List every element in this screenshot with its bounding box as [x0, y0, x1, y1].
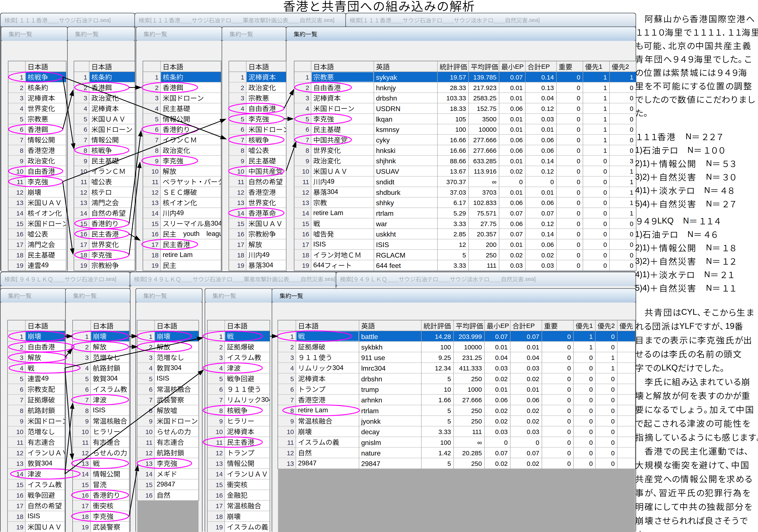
svg-text:1: 1 [241, 74, 244, 81]
svg-text:5: 5 [149, 375, 153, 382]
svg-text:hnknjy: hnknjy [376, 84, 396, 92]
svg-text:5: 5 [447, 460, 451, 467]
svg-text:0: 0 [577, 74, 580, 81]
svg-text:0: 0 [577, 158, 580, 164]
svg-text:15: 15 [80, 220, 87, 227]
svg-text:9: 9 [241, 158, 244, 164]
svg-text:6: 6 [290, 386, 294, 393]
svg-text:0: 0 [589, 439, 593, 446]
svg-text:decay: decay [361, 428, 379, 436]
svg-text:5: 5 [447, 418, 451, 425]
svg-text:14: 14 [237, 210, 244, 217]
svg-text:0: 0 [577, 262, 580, 269]
svg-text:1.66: 1.66 [438, 396, 451, 404]
svg-text:0: 0 [603, 178, 607, 186]
svg-text:5: 5 [155, 116, 158, 123]
svg-text:14: 14 [82, 471, 89, 478]
svg-text:370.37: 370.37 [446, 178, 466, 186]
svg-text:5: 5 [290, 375, 294, 382]
svg-text:0.02: 0.02 [527, 460, 539, 467]
svg-text:100: 100 [440, 439, 451, 446]
svg-text:6: 6 [155, 126, 158, 133]
svg-text:sykyak: sykyak [376, 74, 397, 81]
svg-text:0: 0 [577, 168, 580, 175]
svg-text:0: 0 [611, 418, 615, 425]
svg-text:retire Lam: retire Lam [298, 406, 328, 414]
svg-text:0: 0 [589, 418, 593, 425]
svg-text:0: 0 [577, 178, 580, 186]
svg-text:10: 10 [302, 168, 309, 175]
svg-text:hnkski: hnkski [376, 147, 396, 155]
svg-text:17: 17 [152, 241, 158, 248]
svg-text:250: 250 [471, 407, 482, 414]
svg-text:633.285: 633.285 [473, 158, 497, 164]
svg-text:17: 17 [237, 241, 244, 248]
svg-text:13.67: 13.67 [450, 168, 466, 175]
svg-text:0.12: 0.12 [541, 220, 554, 227]
svg-text:0.07: 0.07 [510, 231, 523, 238]
svg-text:0: 0 [589, 396, 593, 404]
svg-text:27.666: 27.666 [462, 396, 482, 404]
svg-text:0.03: 0.03 [541, 116, 554, 123]
svg-text:0.04: 0.04 [495, 354, 508, 361]
svg-text:9: 9 [84, 158, 87, 164]
svg-text:10: 10 [216, 428, 223, 435]
svg-text:3: 3 [149, 354, 153, 361]
svg-text:0.01: 0.01 [541, 126, 554, 133]
svg-text:17: 17 [80, 241, 87, 248]
svg-text:0.01: 0.01 [495, 343, 508, 351]
svg-text:10: 10 [146, 428, 153, 435]
svg-text:4: 4 [84, 105, 87, 112]
svg-text:N: N [704, 270, 710, 279]
svg-text:13: 13 [16, 199, 23, 206]
svg-text:644 feet: 644 feet [376, 262, 401, 269]
svg-text:13: 13 [237, 199, 244, 206]
svg-text:0.02: 0.02 [527, 375, 539, 382]
svg-text:19: 19 [16, 524, 23, 531]
svg-text:5: 5 [447, 375, 451, 382]
svg-text:14: 14 [16, 210, 23, 217]
svg-text:29847: 29847 [156, 480, 175, 488]
svg-text:10: 10 [16, 428, 23, 435]
svg-text:N: N [704, 186, 710, 195]
svg-text:16: 16 [237, 231, 244, 238]
svg-text:0: 0 [630, 126, 634, 133]
svg-text:0.03: 0.03 [495, 428, 508, 435]
svg-text:12: 12 [146, 449, 153, 457]
svg-text:0: 0 [577, 147, 580, 154]
svg-text:2: 2 [241, 84, 244, 91]
svg-text:10: 10 [82, 428, 89, 435]
svg-text:10000: 10000 [479, 126, 497, 133]
svg-text:15: 15 [302, 220, 309, 227]
svg-text:13: 13 [216, 460, 223, 467]
svg-text:0.02: 0.02 [495, 418, 508, 425]
svg-text:EP: EP [541, 63, 550, 70]
svg-text:0: 0 [577, 199, 580, 206]
svg-text:20.285: 20.285 [462, 449, 482, 457]
svg-text:jyonkk: jyonkk [361, 417, 381, 425]
svg-text:10: 10 [287, 428, 294, 435]
svg-text:304: 304 [211, 220, 222, 227]
svg-text:1: 1 [155, 74, 158, 81]
svg-text:18.33: 18.33 [450, 105, 466, 112]
svg-text:7: 7 [20, 136, 23, 144]
svg-text:3: 3 [85, 354, 89, 361]
svg-text:1: 1 [589, 333, 593, 340]
svg-text:100: 100 [455, 126, 466, 133]
svg-text:8: 8 [155, 147, 158, 154]
svg-text:9: 9 [155, 158, 158, 164]
svg-text:0: 0 [611, 407, 615, 414]
svg-text:0: 0 [603, 199, 607, 206]
svg-text:18: 18 [82, 513, 89, 520]
svg-text:2: 2 [290, 343, 294, 351]
svg-text:0.01: 0.01 [510, 116, 523, 123]
svg-text:5: 5 [463, 252, 466, 259]
svg-text:6.17: 6.17 [454, 199, 466, 206]
svg-text:6: 6 [219, 386, 223, 393]
svg-text:14: 14 [146, 471, 153, 478]
svg-text:0.02: 0.02 [527, 418, 539, 425]
svg-text:0.06: 0.06 [510, 147, 523, 154]
svg-text:0.07: 0.07 [541, 210, 554, 217]
svg-text:0.06: 0.06 [510, 220, 523, 227]
svg-text:49: 49 [41, 261, 49, 269]
